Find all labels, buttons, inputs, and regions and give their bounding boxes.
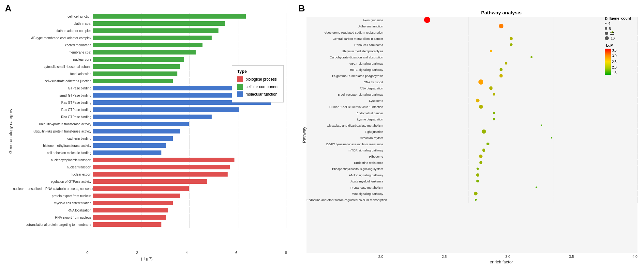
bar bbox=[93, 36, 212, 40]
bar-label: nucleocytoplasmic transport bbox=[13, 158, 91, 162]
dot-area bbox=[385, 141, 637, 147]
color-stop-label: 1.5 bbox=[612, 71, 617, 75]
dot-label: Circadian rhythm bbox=[307, 136, 383, 140]
dot-row: Wnt signaling pathway bbox=[307, 191, 637, 196]
bar-area bbox=[93, 42, 287, 48]
dot-label: VEGF signaling pathway bbox=[307, 62, 383, 65]
bar-row: nuclear pore bbox=[13, 56, 287, 63]
bar-area bbox=[93, 171, 287, 178]
dot-row: AMPK signaling pathway bbox=[307, 172, 637, 178]
y-axis-label-a: Gene ontology category bbox=[7, 13, 13, 249]
legend-b-color: -LgP 3.53.02.52.01.5 bbox=[605, 43, 641, 75]
dot-area bbox=[385, 184, 637, 190]
dot-area bbox=[385, 23, 637, 29]
dot-area bbox=[385, 129, 637, 134]
dot-area bbox=[385, 160, 637, 165]
dot bbox=[499, 24, 503, 28]
bar-area bbox=[93, 27, 287, 34]
dot-row: Carbohydrate digestion and absorption bbox=[307, 54, 637, 60]
bar-label: nuclear pore bbox=[13, 58, 91, 61]
bar bbox=[93, 21, 225, 26]
dot-label: Propanoate metabolism bbox=[307, 186, 383, 189]
chart-title-b: Pathway analysis bbox=[365, 10, 637, 15]
dot-label: EGFR tyrosine kinase inhibitor resistanc… bbox=[307, 142, 383, 146]
chart-b-inner: Pathway Axon guidanceAdherens junctionAl… bbox=[300, 17, 637, 253]
dot-row: Lysine degradation bbox=[307, 116, 637, 122]
x-axis-a: 02468 bbox=[86, 251, 287, 255]
dot-row: Acute myeloid leukemia bbox=[307, 178, 637, 184]
dot bbox=[510, 43, 512, 46]
dot bbox=[476, 99, 480, 102]
dot-row: Human T-cell leukemia virus 1 infection bbox=[307, 104, 637, 110]
size-circle bbox=[605, 27, 607, 29]
bar-area bbox=[93, 221, 287, 228]
bar-row: cadherin binding bbox=[13, 135, 287, 142]
dot-label: Axon guidance bbox=[307, 18, 383, 22]
bar-label: RNA export from nucleus bbox=[13, 216, 91, 219]
dot-label: Endocrine and other factor–regulated cal… bbox=[307, 198, 383, 202]
dot bbox=[475, 199, 477, 201]
dot-row: Adherens junction bbox=[307, 23, 637, 29]
dot-row: Endocrine resistance bbox=[307, 160, 637, 165]
legend-item: cellular component bbox=[237, 84, 278, 90]
dot-row: Axon guidance bbox=[307, 17, 637, 23]
legend-label: biological process bbox=[246, 77, 277, 82]
legend-item: molecular function bbox=[237, 91, 278, 97]
dot-label: RNA degradation bbox=[307, 86, 383, 90]
bar-area bbox=[93, 149, 287, 156]
bar-label: RNA localization bbox=[13, 209, 91, 212]
bar bbox=[93, 208, 168, 212]
bar-row: histone methyltransferase activity bbox=[13, 142, 287, 149]
chart-a-inner: Gene ontology category cell–cell junctio… bbox=[7, 13, 287, 249]
dot-label: AMPK signaling pathway bbox=[307, 173, 383, 177]
x-tick: 4.0 bbox=[633, 255, 637, 258]
bar-row: RNA localization bbox=[13, 207, 287, 213]
bar bbox=[93, 194, 180, 198]
dot bbox=[479, 105, 483, 109]
bar-row: nucleocytoplasmic transport bbox=[13, 157, 287, 163]
bar-row: nuclear–transcribed mRNA catabolic proce… bbox=[13, 185, 287, 192]
bar bbox=[93, 136, 173, 141]
panel-b-label: B bbox=[298, 3, 305, 14]
bar-label: AP-type membrane coat adaptor complex bbox=[13, 36, 91, 40]
bar-row: myeloid cell differentiation bbox=[13, 200, 287, 206]
x-tick: 8 bbox=[285, 251, 287, 255]
bar-area bbox=[93, 13, 287, 20]
dot-area bbox=[385, 79, 637, 85]
dot-row: Tight junction bbox=[307, 129, 637, 134]
dot-label: Glyoxylate and dicarboxylate metabolism bbox=[307, 124, 383, 127]
bar-label: ubiquitin–like protein transferase activ… bbox=[13, 130, 91, 133]
bar-area bbox=[93, 193, 287, 199]
bar bbox=[93, 215, 166, 220]
bar-label: Rho GTPase binding bbox=[13, 115, 91, 119]
bar-row: cell adhesion molecule binding bbox=[13, 149, 287, 156]
size-circle bbox=[605, 23, 607, 24]
bar-label: ubiquitin–protein transferase activity bbox=[13, 122, 91, 126]
color-stop-label: 2.5 bbox=[612, 60, 617, 64]
color-gradient-container: 3.53.02.52.01.5 bbox=[605, 49, 641, 75]
bar-label: clathrin coat bbox=[13, 22, 91, 25]
bar bbox=[93, 115, 212, 119]
dot bbox=[531, 56, 532, 58]
x-tick: 2.5 bbox=[442, 255, 447, 258]
x-axis-b-ticks: 2.02.53.03.54.0 bbox=[378, 255, 637, 258]
dot bbox=[505, 62, 507, 65]
dot-area bbox=[385, 54, 637, 60]
bar-label: clathrin adaptor complex bbox=[13, 29, 91, 33]
color-labels: 3.53.02.52.01.5 bbox=[612, 49, 617, 75]
legend-b-size: Diffgene_count 481216 bbox=[605, 16, 641, 40]
bar-row: nuclear transport bbox=[13, 164, 287, 170]
size-label: 4 bbox=[608, 22, 610, 25]
dot-row: Fc gamma R–mediated phagocytosis bbox=[307, 73, 637, 79]
dot-row: Endometrial cancer bbox=[307, 110, 637, 116]
bar-row: Rac GTPase binding bbox=[13, 106, 287, 113]
x-axis-title-b: enrich factor bbox=[365, 259, 637, 264]
bar-row: regulation of GTPase activity bbox=[13, 178, 287, 185]
bar bbox=[93, 172, 228, 177]
bar-row: Rho GTPase binding bbox=[13, 114, 287, 120]
x-tick: 3.0 bbox=[505, 255, 510, 258]
bar-label: cotranslational protein targeting to mem… bbox=[13, 223, 91, 227]
dot bbox=[424, 17, 430, 23]
dot bbox=[499, 74, 503, 78]
bar-area bbox=[93, 200, 287, 206]
